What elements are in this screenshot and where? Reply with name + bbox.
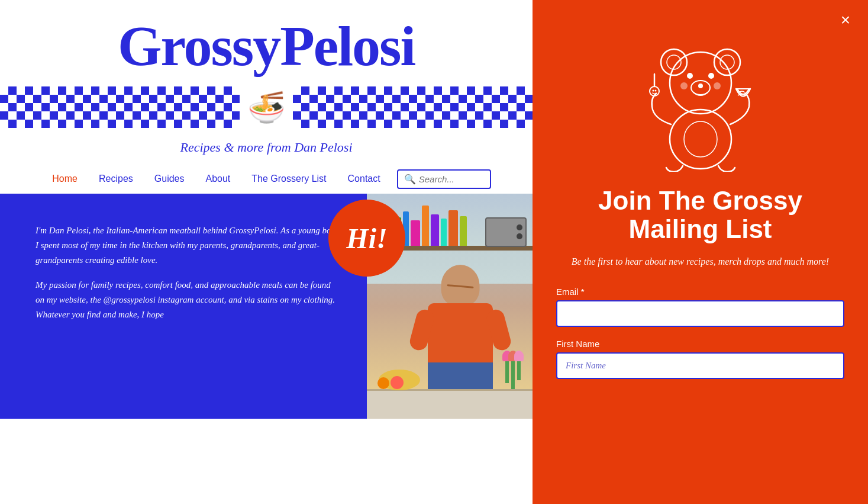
hero-paragraph-1: I'm Dan Pelosi, the Italian-American mea… (36, 223, 337, 267)
join-subtitle: Be the first to hear about new recipes, … (556, 255, 844, 269)
svg-point-6 (708, 73, 714, 79)
email-input[interactable] (556, 300, 844, 327)
right-panel: × (533, 0, 868, 504)
hi-badge: Hi! (328, 200, 405, 277)
book-8 (441, 219, 447, 247)
book-9 (448, 210, 458, 247)
nav-item-home[interactable]: Home (41, 169, 88, 189)
email-label: Email * (556, 287, 844, 297)
svg-point-4 (670, 52, 731, 114)
hero-text: I'm Dan Pelosi, the Italian-American mea… (0, 194, 355, 345)
person-arm-right (485, 307, 512, 352)
navigation: Home Recipes Guides About The Grossery L… (0, 164, 533, 194)
svg-point-10 (714, 82, 721, 89)
firstname-label: First Name (556, 339, 844, 349)
subtitle: Recipes & more from Dan Pelosi (0, 128, 533, 164)
checker-banner: 🍜 (0, 86, 533, 128)
main-content: GrossyPelosi 🍜 Recipes & more from Dan P… (0, 0, 533, 504)
firstname-input[interactable] (556, 352, 844, 379)
svg-point-8 (698, 84, 703, 88)
svg-point-5 (687, 73, 693, 79)
close-button[interactable]: × (841, 12, 850, 28)
svg-point-9 (680, 82, 688, 89)
join-title: Join The Grossy Mailing List (556, 187, 844, 244)
bowl-icon: 🍜 (247, 89, 286, 126)
bear-illustration (556, 30, 844, 172)
svg-point-16 (654, 90, 656, 92)
svg-point-2 (714, 49, 740, 75)
person-head (441, 265, 480, 306)
hero-paragraph-2: My passion for family recipes, comfort f… (36, 278, 337, 322)
person-arm-left (408, 307, 435, 352)
person-smile (447, 284, 473, 288)
search-input[interactable] (419, 174, 484, 184)
microwave (485, 217, 527, 247)
search-icon: 🔍 (404, 174, 416, 185)
nav-item-grossery-list[interactable]: The Grossery List (241, 169, 337, 189)
microwave-button-2 (517, 233, 522, 239)
person-shirt (428, 303, 493, 365)
nav-item-recipes[interactable]: Recipes (88, 169, 144, 189)
svg-point-11 (670, 110, 731, 169)
email-form-group: Email * (556, 287, 844, 327)
site-title: GrossyPelosi (0, 18, 533, 75)
counter (367, 389, 533, 419)
microwave-button (517, 224, 522, 230)
grapefruit (391, 376, 404, 389)
svg-point-12 (684, 121, 717, 157)
checker-left (0, 86, 240, 128)
firstname-form-group: First Name (556, 339, 844, 379)
orange-fruit (377, 377, 389, 389)
nav-item-guides[interactable]: Guides (144, 169, 195, 189)
hero-section: Hi! I'm Dan Pelosi, the Italian-American… (0, 194, 533, 419)
checker-right (293, 86, 533, 128)
hi-text: Hi! (346, 222, 387, 255)
book-10 (460, 216, 467, 247)
bear-svg (641, 30, 760, 172)
book-7 (431, 214, 439, 247)
bowl-center: 🍜 (240, 86, 293, 128)
search-bar[interactable]: 🔍 (397, 169, 491, 189)
header: GrossyPelosi (0, 0, 533, 81)
book-5 (411, 220, 420, 247)
book-6 (422, 206, 429, 247)
svg-point-15 (652, 90, 654, 92)
tulips (505, 359, 521, 389)
nav-item-about[interactable]: About (195, 169, 241, 189)
nav-item-contact[interactable]: Contact (337, 169, 391, 189)
svg-point-0 (661, 49, 687, 75)
person (407, 265, 514, 395)
